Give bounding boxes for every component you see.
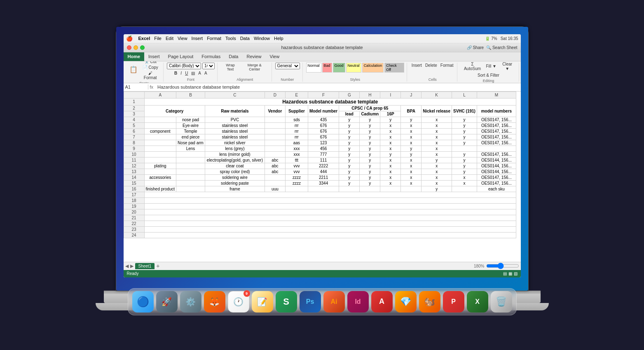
r10-D[interactable]: [265, 151, 285, 157]
r7-D[interactable]: [265, 134, 285, 140]
r9-L[interactable]: [452, 146, 477, 151]
r4-H[interactable]: y: [360, 117, 380, 122]
r5-M[interactable]: OES0147, 156...: [477, 122, 516, 128]
underline-button[interactable]: U: [184, 70, 189, 76]
r6-A[interactable]: component: [144, 128, 176, 134]
r9-K[interactable]: x: [422, 146, 452, 151]
r13-J[interactable]: x: [401, 169, 422, 174]
format-cells-button[interactable]: Format: [439, 63, 455, 68]
r8-D[interactable]: [265, 140, 285, 146]
dock-illustrator[interactable]: Ai: [323, 291, 345, 312]
app-name-menu[interactable]: Excel: [138, 36, 150, 41]
r14-B[interactable]: [176, 174, 205, 180]
r14-H[interactable]: y: [360, 174, 380, 180]
clear-button[interactable]: Clear ▼: [499, 61, 516, 71]
fill-color-button[interactable]: A: [197, 70, 202, 76]
r5-C[interactable]: stainless steel: [205, 122, 265, 128]
r10-C[interactable]: lens (mirror gold): [205, 151, 265, 157]
r10-H[interactable]: y: [360, 151, 380, 157]
r4-M[interactable]: OES0147, 156...: [477, 117, 516, 122]
r9-G[interactable]: y: [339, 146, 360, 151]
r13-A[interactable]: [144, 169, 176, 174]
r13-G[interactable]: y: [339, 169, 360, 174]
r8-H[interactable]: y: [360, 140, 380, 146]
r12-L[interactable]: y: [452, 163, 477, 169]
checkoff-style[interactable]: Check Off: [384, 63, 404, 73]
good-style[interactable]: Good: [333, 63, 345, 73]
r6-L[interactable]: y: [452, 128, 477, 134]
neutral-style[interactable]: Neutral: [346, 63, 361, 73]
r11-A[interactable]: [144, 157, 176, 163]
r5-B[interactable]: Eye-wire: [176, 122, 205, 128]
window-menu[interactable]: Window: [254, 36, 270, 41]
r6-K[interactable]: x: [422, 128, 452, 134]
r11-C[interactable]: electroplating(gold, gun, silver): [205, 157, 265, 163]
r9-E[interactable]: xxx: [285, 146, 308, 151]
r16-L[interactable]: [452, 186, 477, 192]
r12-G[interactable]: y: [339, 163, 360, 169]
format-painter-button[interactable]: 🖌 Format: [140, 70, 161, 80]
dock-notes[interactable]: 📝: [252, 291, 273, 312]
r16-B[interactable]: [176, 186, 205, 192]
r15-A[interactable]: [144, 180, 176, 186]
r15-F[interactable]: 3344: [308, 180, 339, 186]
col-H-header[interactable]: H: [360, 92, 380, 98]
r15-M[interactable]: OES0147, 156...: [477, 180, 516, 186]
r15-E[interactable]: zzzz: [285, 180, 308, 186]
r12-J[interactable]: x: [401, 163, 422, 169]
r8-A[interactable]: [144, 140, 176, 146]
fill-button[interactable]: Fill ▼: [485, 61, 498, 71]
r11-I[interactable]: x: [380, 157, 401, 163]
r7-A[interactable]: [144, 134, 176, 140]
r16-I[interactable]: [380, 186, 401, 192]
r11-E[interactable]: ttt: [285, 157, 308, 163]
r15-H[interactable]: y: [360, 180, 380, 186]
r15-J[interactable]: x: [401, 180, 422, 186]
sheet-area[interactable]: A B C D E F G H I J K L: [124, 92, 521, 262]
cell-reference[interactable]: A1: [124, 85, 148, 89]
r8-K[interactable]: x: [422, 140, 452, 146]
r10-K[interactable]: x: [422, 151, 452, 157]
r4-G[interactable]: y: [339, 117, 360, 122]
r6-J[interactable]: x: [401, 128, 422, 134]
r14-I[interactable]: x: [380, 174, 401, 180]
r7-C[interactable]: stainless steel: [205, 134, 265, 140]
r5-E[interactable]: rrr: [285, 122, 308, 128]
close-button[interactable]: [127, 45, 131, 50]
r5-K[interactable]: x: [422, 122, 452, 128]
r16-K[interactable]: y: [422, 186, 452, 192]
r12-F[interactable]: 2222: [308, 163, 339, 169]
font-size-select[interactable]: 14: [202, 63, 215, 69]
delete-cells-button[interactable]: Delete: [424, 63, 438, 68]
r16-J[interactable]: [401, 186, 422, 192]
r12-K[interactable]: x: [422, 163, 452, 169]
cut-button[interactable]: ✂️ Cut: [140, 61, 161, 64]
insert-menu[interactable]: Insert: [192, 36, 203, 41]
r12-A[interactable]: plating: [144, 163, 176, 169]
r9-C[interactable]: lens (grey): [205, 146, 265, 151]
r5-G[interactable]: y: [339, 122, 360, 128]
r14-F[interactable]: 2211: [308, 174, 339, 180]
dock-excel[interactable]: X: [467, 291, 488, 312]
r14-J[interactable]: x: [401, 174, 422, 180]
dock-launchpad[interactable]: 🚀: [156, 291, 178, 312]
r8-C[interactable]: nickel silver: [205, 140, 265, 146]
col-E-header[interactable]: E: [285, 92, 308, 98]
dock-trash[interactable]: 🗑️: [491, 291, 512, 312]
r13-M[interactable]: OES0144, 156...: [477, 169, 516, 174]
r4-D[interactable]: [265, 117, 285, 122]
dock-photoshop[interactable]: Ps: [300, 291, 321, 312]
tab-review[interactable]: Review: [242, 52, 265, 61]
r16-A[interactable]: finished product: [144, 186, 176, 192]
r13-F[interactable]: 444: [308, 169, 339, 174]
r8-I[interactable]: x: [380, 140, 401, 146]
tools-menu[interactable]: Tools: [225, 36, 236, 41]
minimize-button[interactable]: [133, 45, 138, 50]
r13-K[interactable]: x: [422, 169, 452, 174]
dock-powerpoint[interactable]: P: [443, 291, 464, 312]
r10-I[interactable]: y: [380, 151, 401, 157]
r5-F[interactable]: 676: [308, 122, 339, 128]
calculation-style[interactable]: Calculation: [362, 63, 384, 73]
title-cell[interactable]: Hazardous substance database template: [144, 98, 516, 105]
r4-A[interactable]: [144, 117, 176, 122]
